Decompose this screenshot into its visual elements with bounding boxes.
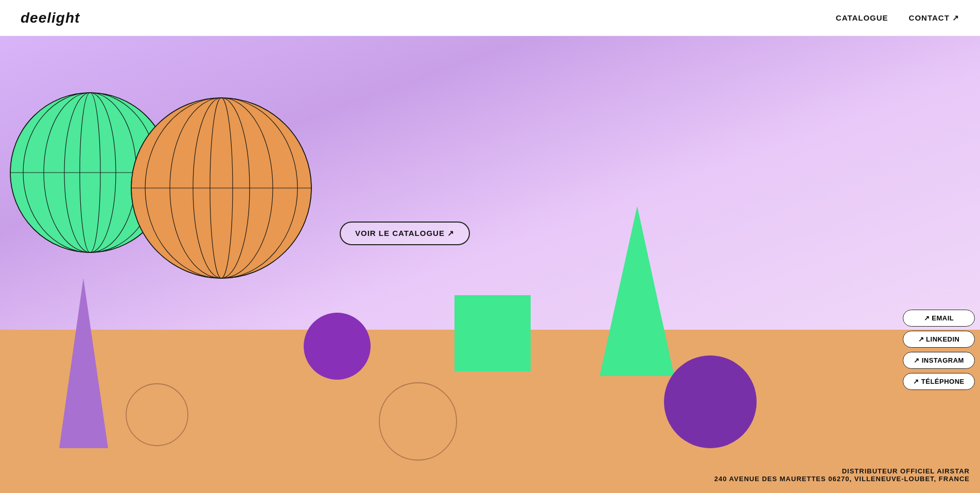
instagram-button[interactable]: ↗ INSTAGRAM — [903, 352, 975, 369]
telephone-button[interactable]: ↗ TÉLÉPHONE — [903, 373, 975, 390]
scene: VOIR LE CATALOGUE ↗ ↗ EMAIL ↗ LINKEDIN ↗… — [0, 36, 980, 493]
social-links: ↗ EMAIL ↗ LINKEDIN ↗ INSTAGRAM ↗ TÉLÉPHO… — [903, 310, 980, 390]
nav-catalogue[interactable]: CATALOGUE — [836, 13, 888, 22]
footer: DISTRIBUTEUR OFFICIEL AIRSTAR 240 AVENUE… — [714, 467, 970, 483]
header: DeeLight CATALOGUE CONTACT ↗ — [0, 0, 980, 36]
cta-button[interactable]: VOIR LE CATALOGUE ↗ — [340, 222, 470, 245]
linkedin-button[interactable]: ↗ LINKEDIN — [903, 331, 975, 348]
nav: CATALOGUE CONTACT ↗ — [836, 13, 959, 23]
footer-line2: 240 AVENUE DES MAURETTES 06270, VILLENEU… — [714, 475, 970, 483]
footer-line1: DISTRIBUTEUR OFFICIEL AIRSTAR — [714, 467, 970, 475]
email-button[interactable]: ↗ EMAIL — [903, 310, 975, 327]
bg-purple — [0, 36, 980, 330]
logo[interactable]: DeeLight — [21, 10, 80, 26]
nav-contact[interactable]: CONTACT ↗ — [909, 13, 959, 23]
